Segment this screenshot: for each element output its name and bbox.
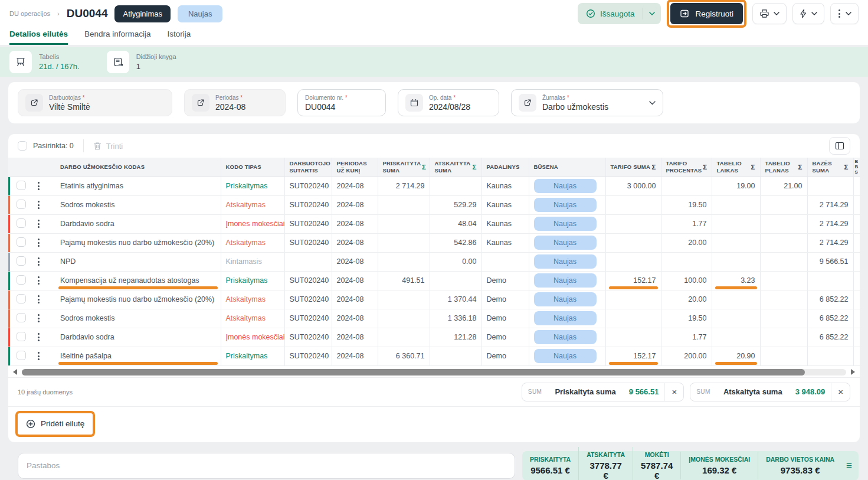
delete-button[interactable]: Trinti bbox=[93, 142, 123, 151]
row-checkbox[interactable] bbox=[17, 218, 26, 228]
breadcrumb[interactable]: DU operacijos bbox=[9, 10, 50, 17]
cell-stub bbox=[853, 328, 860, 347]
row-checkbox[interactable] bbox=[17, 200, 26, 209]
row-checkbox[interactable] bbox=[17, 351, 26, 360]
notes-input[interactable] bbox=[18, 453, 515, 479]
actions-button[interactable] bbox=[792, 3, 824, 24]
field-text: Periodas *2024-08 bbox=[215, 94, 245, 112]
row-checkbox[interactable] bbox=[17, 256, 26, 266]
summary-menu-icon[interactable]: ≡ bbox=[842, 460, 856, 472]
col-header-content: TABELIO LAIKASΣ bbox=[717, 160, 755, 174]
select-all-checkbox[interactable] bbox=[18, 141, 27, 151]
print-button[interactable] bbox=[752, 3, 787, 24]
tab-2[interactable]: Bendra informacija bbox=[84, 30, 151, 45]
cell-tab_plan bbox=[760, 214, 807, 233]
cell-deducted bbox=[430, 347, 482, 365]
field-dokumento-nr-[interactable]: Dokumento nr. *DU0044 bbox=[297, 89, 386, 116]
col-label: DARBUOTOJO SUTARTIS bbox=[290, 160, 330, 174]
cell-stub bbox=[853, 347, 860, 365]
table-header-row: DARBO UŽMOKESČIO KODASKODO TIPASDARBUOTO… bbox=[8, 158, 860, 177]
cell-deducted: 48.04 bbox=[430, 214, 482, 233]
scroll-right-arrow[interactable] bbox=[851, 369, 855, 375]
tab-3[interactable]: Istorija bbox=[168, 30, 191, 45]
cell-row-menu bbox=[34, 252, 55, 271]
actions-chevron-down-icon bbox=[811, 12, 817, 15]
row-menu-icon[interactable] bbox=[37, 314, 53, 322]
register-button[interactable]: Registruoti bbox=[670, 3, 743, 24]
scrollbar-track[interactable] bbox=[22, 369, 846, 375]
row-checkbox[interactable] bbox=[17, 275, 26, 285]
row-menu-icon[interactable] bbox=[37, 220, 53, 228]
col-type[interactable]: KODO TIPAS bbox=[221, 158, 284, 177]
row-checkbox[interactable] bbox=[17, 181, 26, 190]
col-tab_time[interactable]: TABELIO LAIKASΣ bbox=[712, 158, 760, 177]
row-menu-icon[interactable] bbox=[37, 276, 53, 285]
col-label: PERIODAS UŽ KURĮ bbox=[337, 160, 373, 174]
row-checkbox[interactable] bbox=[17, 294, 26, 303]
add-row-button[interactable]: Pridėti eilutę bbox=[19, 414, 91, 433]
sigma-icon: Σ bbox=[751, 163, 755, 171]
cell-tariff_sum bbox=[605, 290, 661, 309]
table-info-row: 10 įrašų duomenys SUMPriskaityta suma9 5… bbox=[8, 377, 860, 406]
field-chevron-down-icon[interactable] bbox=[649, 101, 656, 105]
col-base_sum[interactable]: BAZĖS SUMAΣ bbox=[807, 158, 853, 177]
row-menu-icon[interactable] bbox=[37, 352, 53, 360]
col-label: TARIFO PROCENTAS bbox=[666, 160, 702, 174]
field-periodas[interactable]: Periodas *2024-08 bbox=[184, 89, 286, 116]
col-tariff_pct[interactable]: TARIFO PROCENTASΣ bbox=[661, 158, 712, 177]
col-status[interactable]: BŪSENA bbox=[529, 158, 605, 177]
col-contract[interactable]: DARBUOTOJO SUTARTIS bbox=[284, 158, 332, 177]
row-checkbox[interactable] bbox=[17, 237, 26, 247]
saved-button[interactable]: Išsaugota bbox=[578, 3, 661, 24]
cell-contract: SUT020240 bbox=[284, 271, 332, 290]
cell-period: 2024-08 bbox=[332, 233, 378, 252]
cell-deducted bbox=[430, 271, 482, 290]
col-header-content: PRISKAITYTA SUMAΣ bbox=[383, 160, 425, 174]
field-op-data[interactable]: Op. data *2024/08/28 bbox=[398, 89, 499, 116]
field-darbuotojas[interactable]: Darbuotojas *Viltė Smiltė bbox=[18, 89, 172, 116]
cell-checkbox bbox=[8, 252, 34, 271]
field-label: Žurnalas * bbox=[542, 94, 608, 101]
col-deducted[interactable]: ATSKAITYTA SUMAΣ bbox=[430, 158, 482, 177]
col-period[interactable]: PERIODAS UŽ KURĮ bbox=[332, 158, 378, 177]
sum-chip-close-icon[interactable]: × bbox=[831, 383, 850, 401]
sum-chip-tag: SUM bbox=[690, 383, 716, 401]
table-row: Darbdavio sodraĮmonės mokesčiaiSUT020240… bbox=[8, 214, 860, 233]
col-accrued[interactable]: PRISKAITYTA SUMAΣ bbox=[378, 158, 430, 177]
row-menu-icon[interactable] bbox=[37, 257, 53, 266]
row-checkbox[interactable] bbox=[17, 332, 26, 341]
required-asterisk: * bbox=[240, 94, 243, 101]
info-item-1: Tabelis21d. / 167h. bbox=[9, 51, 80, 73]
row-menu-icon[interactable] bbox=[37, 201, 53, 209]
cell-type: Atskaitymas bbox=[221, 290, 284, 309]
column-settings-button[interactable] bbox=[829, 137, 850, 155]
col-header-content: BAZĖS SUMAΣ bbox=[813, 160, 849, 174]
sigma-icon: Σ bbox=[472, 163, 476, 171]
col-department[interactable]: PADALINYS bbox=[482, 158, 529, 177]
cell-code: Kompensacija už nepanaudotas atostogas bbox=[55, 271, 221, 290]
col-tariff_sum[interactable]: TARIFO SUMAΣ bbox=[605, 158, 661, 177]
row-menu-icon[interactable] bbox=[37, 239, 53, 247]
cell-row-menu bbox=[34, 214, 55, 233]
col-label: TABELIO LAIKAS bbox=[717, 160, 750, 174]
row-menu-icon[interactable] bbox=[37, 333, 53, 341]
row-menu-icon[interactable] bbox=[37, 182, 53, 190]
sum-chip-close-icon[interactable]: × bbox=[664, 383, 683, 401]
col-stub[interactable]: B B S bbox=[853, 158, 860, 177]
cell-contract: SUT020240 bbox=[284, 290, 332, 309]
cell-checkbox bbox=[8, 271, 34, 290]
saved-chevron-down-icon[interactable] bbox=[643, 8, 661, 19]
cell-tab_plan bbox=[760, 309, 807, 328]
col-header-content: DARBO UŽMOKESČIO KODAS bbox=[60, 164, 216, 171]
col-code[interactable]: DARBO UŽMOKESČIO KODAS bbox=[55, 158, 221, 177]
row-menu-icon[interactable] bbox=[37, 295, 53, 303]
cell-department: Demo bbox=[482, 347, 529, 365]
more-menu-button[interactable] bbox=[830, 3, 859, 24]
row-checkbox[interactable] bbox=[17, 313, 26, 322]
col-tab_plan[interactable]: TABELIO PLANASΣ bbox=[760, 158, 807, 177]
scroll-left-arrow[interactable] bbox=[13, 369, 17, 375]
tab-1[interactable]: Detalios eilutės bbox=[9, 30, 68, 45]
field--urnalas[interactable]: Žurnalas *Darbo užmokestis bbox=[511, 89, 663, 116]
scrollbar-thumb[interactable] bbox=[22, 369, 805, 375]
cell-tab_plan bbox=[760, 347, 807, 365]
